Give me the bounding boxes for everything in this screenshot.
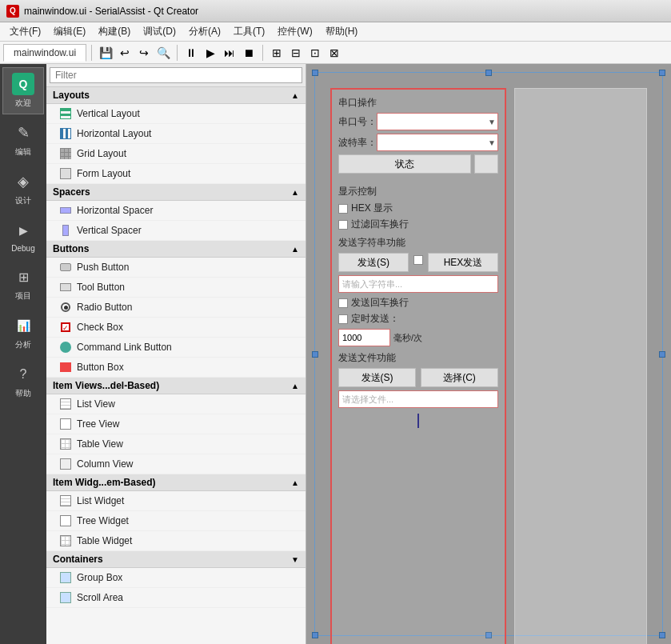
serial-section: 串口操作 串口号： ▼ 波特率： ▼ 状态 (338, 96, 498, 178)
file-path-input[interactable]: 请选择文件... (338, 390, 498, 408)
sidebar-item-analyze[interactable]: 📊 分析 (2, 309, 44, 356)
menu-tools[interactable]: 工具(T) (227, 23, 271, 40)
file-send-button[interactable]: 发送(S) (338, 368, 416, 387)
widget-button-box[interactable]: Button Box (46, 358, 306, 378)
toolbar-btn-2[interactable]: ↩ (116, 44, 134, 62)
sidebar-item-projects[interactable]: ⊞ 项目 (2, 260, 44, 307)
baud-label: 波特率： (338, 136, 377, 150)
tab-mainwindow[interactable]: mainwindow.ui (3, 44, 86, 62)
section-containers[interactable]: Containers ▼ (46, 551, 306, 568)
toolbar-btn-11[interactable]: ⊡ (306, 44, 324, 62)
widget-check-box[interactable]: Check Box (46, 318, 306, 338)
file-section-title: 发送文件功能 (338, 351, 498, 365)
widget-list-view[interactable]: List View (46, 394, 306, 414)
widget-column-view[interactable]: Column View (46, 454, 306, 474)
toolbar-btn-9[interactable]: ⊞ (268, 44, 286, 62)
toolbar-btn-8[interactable]: ⏹ (240, 44, 258, 62)
sidebar-item-help[interactable]: ? 帮助 (2, 358, 44, 405)
toolbar-btn-5[interactable]: ⏸ (182, 44, 200, 62)
widget-list-widget[interactable]: List Widget (46, 491, 306, 511)
widget-vertical-layout[interactable]: Vertical Layout (46, 104, 306, 124)
menu-build[interactable]: 构建(B) (92, 23, 137, 40)
cursor-bar (417, 414, 419, 428)
status-small-button[interactable] (474, 154, 498, 174)
widget-horizontal-layout[interactable]: Horizontal Layout (46, 124, 306, 144)
port-combo-arrow: ▼ (488, 118, 496, 126)
menu-analyze[interactable]: 分析(A) (182, 23, 227, 40)
menubar: 文件(F) 编辑(E) 构建(B) 调试(D) 分析(A) 工具(T) 控件(W… (0, 22, 671, 42)
sidebar-item-debug[interactable]: ▶ Debug (2, 214, 44, 258)
handle-tm[interactable] (485, 70, 492, 76)
toolbar-separator (91, 45, 92, 61)
port-combo[interactable]: ▼ (377, 113, 498, 130)
titlebar: Q mainwindow.ui - SerialAssist - Qt Crea… (0, 0, 671, 22)
widget-tool-button[interactable]: Tool Button (46, 278, 306, 298)
handle-ml[interactable] (312, 351, 318, 358)
filter-input[interactable] (50, 67, 302, 83)
hex-display-checkbox[interactable] (338, 204, 348, 214)
toolbar-btn-6[interactable]: ▶ (202, 44, 219, 62)
menu-debug[interactable]: 调试(D) (137, 23, 182, 40)
filter-bar (46, 64, 306, 87)
widget-horizontal-spacer[interactable]: Horizontal Spacer (46, 201, 306, 221)
widget-push-button[interactable]: Push Button (46, 258, 306, 278)
toolbar-btn-10[interactable]: ⊟ (287, 44, 305, 62)
handle-bl[interactable] (312, 632, 318, 638)
widget-scroll-area[interactable]: Scroll Area (46, 588, 306, 608)
hex-send-checkbox[interactable] (413, 255, 423, 265)
section-item-widgets[interactable]: Item Widg...em-Based) ▲ (46, 474, 306, 491)
string-input[interactable]: 请输入字符串... (338, 275, 498, 293)
handle-tl[interactable] (312, 70, 318, 76)
toolbar-btn-7[interactable]: ⏭ (221, 44, 238, 62)
widget-tree-view[interactable]: Tree View (46, 414, 306, 434)
send-string-button[interactable]: 发送(S) (338, 253, 409, 272)
toolbar-btn-3[interactable]: ↪ (135, 44, 153, 62)
menu-help[interactable]: 帮助(H) (319, 23, 365, 40)
filter-cr-checkbox[interactable] (338, 220, 348, 230)
section-buttons[interactable]: Buttons ▲ (46, 241, 306, 258)
sidebar-item-welcome[interactable]: Q 欢迎 (2, 67, 44, 114)
hex-send-button[interactable]: HEX发送 (428, 253, 498, 272)
section-layouts[interactable]: Layouts ▲ (46, 87, 306, 104)
radio-button-icon (59, 301, 72, 314)
widget-form-layout[interactable]: Form Layout (46, 164, 306, 184)
sidebar-item-edit[interactable]: ✎ 编辑 (2, 116, 44, 163)
section-item-views[interactable]: Item Views...del-Based) ▲ (46, 378, 306, 394)
widget-table-view[interactable]: Table View (46, 434, 306, 454)
widget-tree-widget[interactable]: Tree Widget (46, 511, 306, 531)
sidebar-item-design[interactable]: ◈ 设计 (2, 165, 44, 212)
send-section-title: 发送字符串功能 (338, 236, 498, 250)
toolbar-btn-4[interactable]: 🔍 (154, 44, 172, 62)
status-button[interactable]: 状态 (338, 154, 471, 174)
horizontal-spacer-icon (59, 204, 72, 217)
widget-grid-layout[interactable]: Grid Layout (46, 144, 306, 164)
handle-mr[interactable] (659, 351, 665, 358)
baud-combo[interactable]: ▼ (377, 134, 498, 151)
form-right-panel[interactable] (514, 88, 647, 644)
widget-command-link-button[interactable]: Command Link Button (46, 338, 306, 358)
column-view-icon (59, 458, 72, 470)
file-btn-row: 发送(S) 选择(C) (338, 368, 498, 387)
send-cr-checkbox[interactable] (338, 298, 348, 308)
widget-group-box[interactable]: Group Box (46, 568, 306, 588)
toolbar-btn-12[interactable]: ⊠ (326, 44, 343, 62)
tool-button-icon (59, 281, 72, 294)
menu-edit[interactable]: 编辑(E) (47, 23, 92, 40)
edit-icon: ✎ (12, 122, 34, 144)
toolbar-btn-1[interactable]: 💾 (97, 44, 114, 62)
canvas-area[interactable]: 串口操作 串口号： ▼ 波特率： ▼ 状态 (306, 64, 671, 644)
timer-input[interactable] (338, 329, 390, 346)
scroll-area-icon (59, 591, 72, 604)
handle-tr[interactable] (659, 70, 665, 76)
file-choose-button[interactable]: 选择(C) (421, 368, 498, 387)
handle-br[interactable] (659, 632, 665, 638)
port-label: 串口号： (338, 115, 377, 129)
widget-vertical-spacer[interactable]: Vertical Spacer (46, 221, 306, 241)
timed-send-checkbox[interactable] (338, 314, 348, 324)
widget-radio-button[interactable]: Radio Button (46, 298, 306, 318)
menu-file[interactable]: 文件(F) (3, 23, 47, 40)
menu-widgets[interactable]: 控件(W) (271, 23, 318, 40)
push-button-icon (59, 261, 72, 274)
widget-table-widget[interactable]: Table Widget (46, 531, 306, 551)
section-spacers[interactable]: Spacers ▲ (46, 184, 306, 201)
